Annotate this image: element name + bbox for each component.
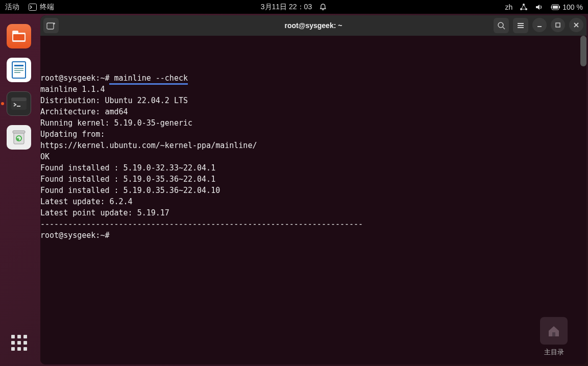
dock-item-terminal[interactable] <box>7 91 31 116</box>
close-icon <box>573 22 579 28</box>
svg-rect-5 <box>553 6 558 9</box>
close-button[interactable] <box>569 18 583 32</box>
svg-rect-16 <box>11 97 27 101</box>
svg-rect-30 <box>556 23 560 27</box>
terminal-line: Found installed : 5.19.0-32.33~22.04.1 <box>40 162 586 174</box>
dock-show-apps[interactable] <box>7 330 31 355</box>
window-title: root@sysgeek: ~ <box>285 21 342 30</box>
svg-rect-19 <box>13 131 25 133</box>
terminal-line: root@sysgeek:~# mainline --check <box>40 72 586 84</box>
terminal-line: Distribution: Ubuntu 22.04.2 LTS <box>40 95 586 106</box>
dock-item-trash[interactable] <box>7 125 31 150</box>
battery-icon <box>550 4 560 10</box>
svg-point-24 <box>498 22 503 28</box>
bell-icon[interactable] <box>319 3 327 11</box>
terminal-line: Running kernel: 5.19.0-35-generic <box>40 117 586 129</box>
new-tab-button[interactable] <box>43 18 59 33</box>
terminal-line: Architecture: amd64 <box>40 106 586 117</box>
terminal-line: Found installed : 5.19.0-35.36~22.04.1 <box>40 174 586 185</box>
svg-rect-0 <box>29 4 37 10</box>
svg-rect-12 <box>14 68 23 69</box>
search-icon <box>497 21 505 30</box>
terminal-line: https://kernel.ubuntu.com/~kernel-ppa/ma… <box>40 140 586 151</box>
dock-item-writer[interactable] <box>7 58 31 82</box>
dock-item-files[interactable] <box>7 24 31 48</box>
svg-rect-21 <box>47 23 54 29</box>
terminal-line: Found installed : 5.19.0.35.36~22.04.10 <box>40 185 586 196</box>
new-tab-icon <box>46 21 56 30</box>
battery-indicator[interactable]: 100 % <box>550 3 583 11</box>
terminal-line: Updating from: <box>40 129 586 140</box>
svg-rect-11 <box>14 65 23 66</box>
current-app-name: 终端 <box>40 3 54 12</box>
volume-icon[interactable] <box>535 3 543 11</box>
apps-grid-icon <box>11 335 27 351</box>
maximize-icon <box>555 22 561 28</box>
hamburger-icon <box>517 22 525 29</box>
gnome-topbar: 活动 终端 3月11日 22：03 zh 100 % <box>0 0 588 14</box>
svg-rect-9 <box>13 34 24 40</box>
network-icon[interactable] <box>520 3 528 11</box>
svg-rect-14 <box>14 72 20 73</box>
svg-rect-33 <box>552 332 555 336</box>
dock <box>0 14 38 366</box>
terminal-line: Latest point update: 5.19.17 <box>40 207 586 218</box>
input-method-indicator[interactable]: zh <box>505 3 513 11</box>
terminal-output[interactable]: root@sysgeek:~# mainline --checkmainline… <box>40 36 586 364</box>
desktop-home-folder[interactable]: 主目录 <box>540 317 568 357</box>
terminal-line: Latest update: 6.2.4 <box>40 196 586 207</box>
search-button[interactable] <box>494 18 509 33</box>
clock[interactable]: 3月11日 22：03 <box>261 3 312 12</box>
trash-icon <box>12 129 26 146</box>
svg-rect-13 <box>14 70 23 71</box>
terminal-window: root@sysgeek: ~ root@sysgeek:~# mainline… <box>40 15 586 364</box>
minimize-button[interactable] <box>532 18 547 32</box>
terminal-icon <box>10 96 28 111</box>
terminal-line: OK <box>40 151 586 162</box>
terminal-line: mainline 1.1.4 <box>40 84 586 95</box>
menu-button[interactable] <box>513 18 528 33</box>
maximize-button[interactable] <box>551 18 565 32</box>
writer-icon <box>11 61 27 79</box>
svg-line-25 <box>503 27 505 29</box>
svg-rect-8 <box>12 31 18 34</box>
scrollbar[interactable] <box>580 36 586 66</box>
terminal-line: root@sysgeek:~# <box>40 230 586 241</box>
desktop-home-label: 主目录 <box>540 348 568 357</box>
minimize-icon <box>536 22 543 28</box>
terminal-line: ----------------------------------------… <box>40 218 586 230</box>
current-app-indicator[interactable]: 终端 <box>29 3 54 12</box>
activities-button[interactable]: 活动 <box>5 3 19 12</box>
files-icon <box>11 30 27 43</box>
window-titlebar: root@sysgeek: ~ <box>40 15 586 36</box>
home-icon <box>547 324 561 338</box>
battery-percent: 100 % <box>562 3 583 11</box>
terminal-small-icon <box>29 4 37 11</box>
svg-rect-6 <box>559 6 560 8</box>
